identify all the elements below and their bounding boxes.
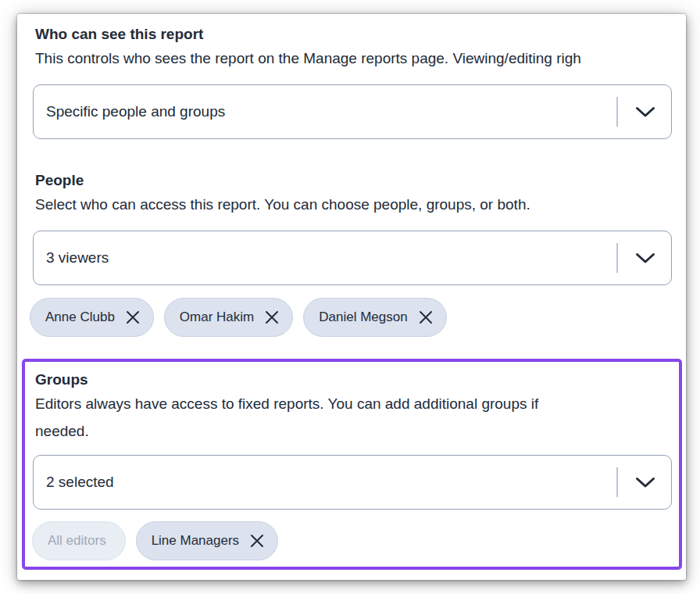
remove-chip-icon[interactable]: [250, 534, 264, 548]
person-chip: Omar Hakim: [164, 298, 293, 337]
visibility-section-description: This controls who sees the report on the…: [35, 45, 686, 72]
select-divider: [616, 467, 618, 497]
section-groups-highlighted: Groups Editors always have access to fix…: [22, 359, 682, 570]
people-select-value: 3 viewers: [46, 249, 616, 267]
person-chip-label: Anne Clubb: [45, 310, 115, 325]
remove-chip-icon[interactable]: [126, 310, 140, 324]
people-chips: Anne Clubb Omar Hakim Daniel Megson: [30, 298, 686, 337]
select-divider: [616, 243, 618, 273]
select-divider: [616, 97, 618, 127]
report-sharing-panel: Who can see this report This controls wh…: [17, 14, 686, 580]
remove-chip-icon[interactable]: [419, 310, 433, 324]
groups-chips: All editors Line Managers: [32, 521, 679, 560]
person-chip-label: Daniel Megson: [319, 310, 407, 325]
groups-section-description-line2: needed.: [35, 417, 679, 445]
groups-select-value: 2 selected: [46, 474, 616, 491]
visibility-select-value: Specific people and groups: [46, 103, 616, 120]
group-chip: Line Managers: [136, 521, 278, 560]
chevron-down-icon: [635, 106, 655, 118]
groups-section-title: Groups: [35, 370, 679, 390]
person-chip: Daniel Megson: [303, 298, 446, 337]
people-section-title: People: [35, 170, 686, 191]
groups-select[interactable]: 2 selected: [33, 455, 672, 510]
person-chip-label: Omar Hakim: [180, 310, 254, 325]
groups-section-description-line1: Editors always have access to fixed repo…: [35, 390, 679, 417]
section-people: People Select who can access this report…: [35, 170, 686, 337]
group-chip-disabled: All editors: [32, 521, 126, 560]
person-chip: Anne Clubb: [30, 298, 154, 337]
group-chip-label: Line Managers: [152, 533, 239, 549]
visibility-section-title: Who can see this report: [35, 24, 686, 45]
chevron-down-icon: [635, 252, 655, 264]
chevron-down-icon: [635, 477, 655, 488]
people-select[interactable]: 3 viewers: [33, 231, 672, 285]
section-visibility: Who can see this report This controls wh…: [35, 24, 686, 139]
visibility-select[interactable]: Specific people and groups: [33, 84, 672, 139]
people-section-description: Select who can access this report. You c…: [35, 191, 686, 218]
remove-chip-icon[interactable]: [265, 310, 279, 324]
group-chip-label: All editors: [48, 533, 106, 549]
